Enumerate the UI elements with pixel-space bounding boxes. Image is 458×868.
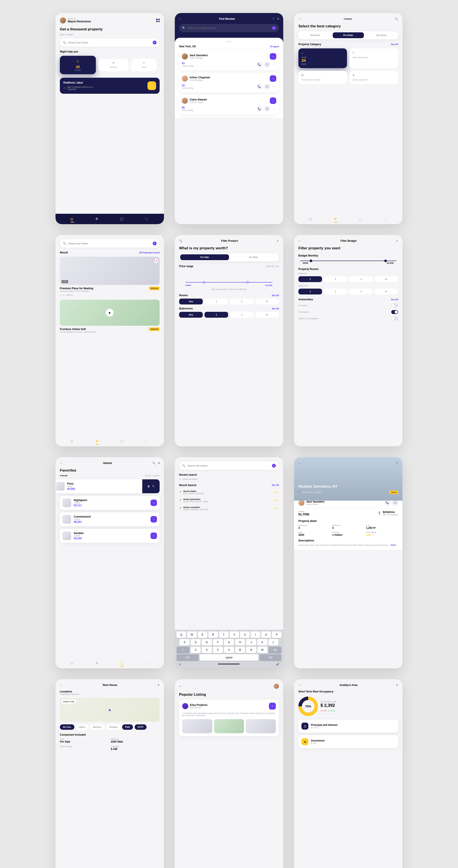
owner-avatar[interactable]: [298, 500, 304, 506]
clear-icon[interactable]: ✕: [272, 464, 276, 468]
option-2[interactable]: 2: [230, 312, 254, 318]
property-image[interactable]: ♥ 1/34: [60, 257, 160, 285]
share-icon[interactable]: ⇧: [396, 684, 398, 687]
see-all-link[interactable]: See All: [272, 308, 279, 310]
amenity-Pool[interactable]: Pool: [122, 724, 133, 730]
nav-folder-icon[interactable]: ▢: [120, 439, 125, 443]
search-result[interactable]: 📍Streine AniyahfortSeattle, Makassar, In…: [179, 504, 279, 513]
toggle-shared[interactable]: [391, 317, 398, 320]
toggle-pet[interactable]: [391, 310, 398, 314]
amenity-CCTV[interactable]: CCTV: [135, 724, 146, 730]
option-1[interactable]: 1: [204, 312, 228, 318]
nav-folder-icon[interactable]: ▢: [120, 217, 125, 221]
tile-homes[interactable]: ⌂ 43 Homes: [60, 56, 96, 74]
option-3+[interactable]: 3+: [255, 312, 279, 318]
message-icon[interactable]: 💬: [264, 106, 270, 112]
more-icon[interactable]: ⋯: [272, 63, 276, 66]
view-button[interactable]: →: [151, 532, 157, 539]
clear-icon[interactable]: ✕: [153, 242, 157, 245]
search-input[interactable]: 🔍 ✕: [60, 38, 160, 46]
search-input[interactable]: 🔍 ✕: [60, 239, 160, 248]
option-2[interactable]: 2: [324, 276, 348, 282]
option-3+[interactable]: 3+: [255, 299, 279, 305]
nav-layers-icon[interactable]: ❖: [95, 661, 100, 665]
emoji-icon[interactable]: ☺: [179, 663, 181, 666]
nav-layers-icon[interactable]: ❖: [95, 217, 100, 221]
option-Any[interactable]: Any: [179, 312, 203, 318]
nav-profile-icon[interactable]: ◌: [145, 661, 150, 665]
more-icon[interactable]: ⋯: [272, 107, 276, 110]
heart-icon[interactable]: ♡: [272, 18, 275, 21]
menu-icon[interactable]: [156, 19, 160, 22]
message-icon[interactable]: 💬: [392, 500, 398, 506]
share-icon[interactable]: ⇧: [396, 462, 398, 465]
map[interactable]: Explore map ●: [60, 698, 160, 722]
favorite-item[interactable]: ParisSeoul$4,583🗑✎: [60, 479, 160, 493]
cat-home[interactable]: ⌂ Home 34 Items: [298, 49, 347, 68]
option-1[interactable]: 1: [204, 299, 228, 305]
see-all-link[interactable]: See All: [272, 484, 279, 486]
nav-explore-icon[interactable]: ◎: [309, 217, 313, 221]
option-3[interactable]: 3: [349, 276, 373, 282]
option-3[interactable]: 3: [349, 289, 373, 294]
call-icon[interactable]: 📞: [256, 106, 262, 112]
favorite-icon[interactable]: ♥: [155, 258, 158, 263]
clear-icon[interactable]: ✕: [272, 26, 276, 30]
go-button[interactable]: →: [148, 82, 156, 90]
option-Any[interactable]: Any: [179, 299, 203, 305]
nav-profile-icon[interactable]: ◌: [145, 217, 150, 221]
cat-rent[interactable]: $ Rent Commercial: [350, 49, 398, 68]
search-icon[interactable]: 🔍: [179, 239, 183, 242]
avatar[interactable]: [274, 684, 279, 689]
amenity-Alarm[interactable]: Alarm: [76, 724, 88, 730]
filter-icon[interactable]: ≡: [158, 462, 160, 465]
explore-map-button[interactable]: Explore map: [62, 700, 76, 704]
see-all-link[interactable]: See All: [391, 299, 398, 301]
search-result[interactable]: 📍Streita QuitzonfortSloulin Field, Slema…: [179, 496, 279, 504]
nav-folder-icon[interactable]: ▢: [359, 217, 363, 221]
avatar[interactable]: [60, 18, 66, 24]
edit-icon[interactable]: ✎: [152, 485, 154, 488]
view-button[interactable]: →: [151, 516, 157, 523]
check-icon[interactable]: ✓: [277, 239, 279, 242]
tile-discover[interactable]: 🗺 Discover: [98, 59, 128, 71]
agent-card[interactable]: Jack SaundersVideo Message→ 43Active Lis…: [179, 51, 279, 70]
search-icon[interactable]: 🔍: [395, 18, 398, 21]
option-4+[interactable]: 4+: [374, 276, 398, 282]
amenity-Parking[interactable]: Parking: [106, 724, 120, 730]
favorite-item[interactable]: NightgownJeddah$3,111→: [60, 496, 160, 510]
tab-sale[interactable]: For Sale: [180, 254, 229, 260]
search-result[interactable]: 📍Streich HaltonElko, Jakarta, Indonesia★…: [179, 489, 279, 496]
favorite-item[interactable]: SandalsJeddah$3,435→: [60, 529, 160, 543]
view-button[interactable]: →: [270, 53, 276, 60]
call-icon[interactable]: 📞: [384, 500, 390, 506]
back-icon[interactable]: ←: [179, 685, 182, 688]
view-button[interactable]: →: [270, 97, 276, 104]
property-image[interactable]: ▶: [60, 300, 160, 326]
search-icon[interactable]: 🔍: [152, 462, 156, 465]
search-input[interactable]: 🔍 ✕: [179, 24, 279, 32]
nav-folder-icon[interactable]: ▢: [120, 661, 125, 665]
option-2[interactable]: 2: [230, 299, 254, 305]
amenity-Balcony[interactable]: Balcony: [90, 724, 104, 730]
option-2[interactable]: 2: [324, 289, 348, 294]
option-1[interactable]: 1: [298, 276, 322, 282]
search-input[interactable]: 🔍 ✕: [179, 462, 279, 470]
stat-insurance[interactable]: ◈ Insurances$ 349: [298, 735, 398, 748]
stat-principal[interactable]: ◫ Principal and Interest$ 1,703: [298, 720, 398, 733]
play-icon[interactable]: ▶: [106, 309, 113, 317]
back-icon[interactable]: ←: [60, 684, 62, 687]
share-icon[interactable]: ⇧: [158, 684, 160, 687]
featured-card[interactable]: RedDoorz Jakal ↗ Jalan Ki Mangun Sarkoro…: [60, 78, 160, 94]
cat-penthouse[interactable]: ▦ Penthouse For Family: [298, 71, 347, 84]
message-icon[interactable]: 💬: [264, 84, 270, 90]
mic-icon[interactable]: 🎤: [276, 663, 279, 666]
more-link[interactable]: more: [391, 544, 396, 546]
back-icon[interactable]: ←: [179, 18, 182, 21]
tab-discount[interactable]: Discount: [299, 32, 331, 38]
back-icon[interactable]: ←: [298, 239, 301, 242]
call-icon[interactable]: 📞: [256, 61, 262, 67]
range-slider[interactable]: [300, 260, 396, 261]
message-icon[interactable]: 💬: [264, 61, 270, 67]
tab-outstock[interactable]: Out Stock: [366, 32, 397, 38]
